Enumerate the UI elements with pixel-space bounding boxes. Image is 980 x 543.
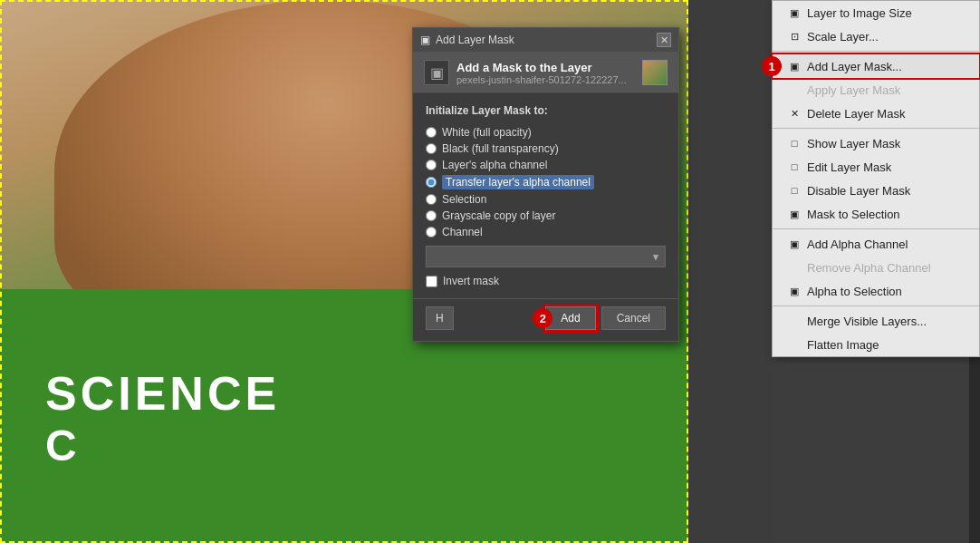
menu-item-scale-layer[interactable]: ⊡ Scale Layer... [773, 24, 979, 48]
show-layer-mask-icon: □ [787, 136, 802, 150]
menu-item-label: Add Layer Mask... [807, 60, 902, 73]
menu-item-label: Apply Layer Mask [807, 83, 900, 97]
radio-channel[interactable]: Channel [426, 224, 666, 240]
delete-layer-mask-icon: ✕ [787, 106, 802, 121]
shirt-text: SCIENCE C [45, 366, 280, 470]
add-layer-mask-dialog: ▣ Add Layer Mask ✕ ▣ Add a Mask to the L… [412, 27, 679, 342]
channel-dropdown-wrapper: ▼ [426, 246, 666, 267]
shirt-text-1: SCIENCE [45, 366, 280, 421]
radio-black-input[interactable] [426, 143, 437, 154]
menu-separator-1 [773, 51, 979, 52]
radio-white-label: White (full opacity) [442, 126, 532, 139]
radio-black-label: Black (full transparency) [442, 142, 559, 155]
radio-selection-input[interactable] [426, 194, 437, 205]
edit-layer-mask-icon: □ [787, 160, 802, 174]
mask-to-selection-icon: ▣ [787, 207, 802, 221]
menu-item-label: Disable Layer Mask [807, 184, 910, 198]
radio-alpha[interactable]: Layer's alpha channel [426, 157, 666, 173]
cancel-button[interactable]: Cancel [601, 306, 666, 330]
flatten-image-icon [787, 337, 802, 352]
dialog-header-main-title: Add a Mask to the Layer [456, 61, 635, 74]
menu-item-delete-layer-mask[interactable]: ✕ Delete Layer Mask [773, 102, 979, 125]
dialog-header: ▣ Add a Mask to the Layer pexels-justin-… [413, 53, 678, 93]
radio-transfer-label: Transfer layer's alpha channel [442, 175, 594, 189]
context-menu: ▣ Layer to Image Size ⊡ Scale Layer... 1… [772, 0, 980, 357]
invert-label: Invert mask [443, 275, 499, 287]
shirt-text-2: C [45, 421, 280, 470]
dialog-title: Add Layer Mask [436, 34, 514, 46]
menu-separator-2 [773, 128, 979, 129]
menu-item-add-layer-mask[interactable]: 1 ▣ Add Layer Mask... [773, 54, 979, 78]
menu-item-layer-image-size[interactable]: ▣ Layer to Image Size [773, 1, 979, 24]
radio-selection[interactable]: Selection [426, 191, 666, 208]
remove-alpha-channel-icon [787, 260, 802, 275]
add-button[interactable]: Add [545, 306, 595, 330]
menu-item-edit-layer-mask[interactable]: □ Edit Layer Mask [773, 155, 979, 179]
radio-transfer[interactable]: Transfer layer's alpha channel [426, 173, 666, 191]
menu-item-label: Merge Visible Layers... [807, 315, 927, 328]
dialog-body: Initialize Layer Mask to: White (full op… [413, 93, 678, 298]
dialog-mask-icon: ▣ [420, 34, 430, 46]
menu-item-merge-visible[interactable]: Merge Visible Layers... [773, 309, 979, 333]
dialog-title-area: ▣ Add Layer Mask [420, 34, 514, 46]
menu-item-label: Scale Layer... [807, 30, 879, 44]
menu-separator-4 [773, 305, 979, 306]
help-button[interactable]: H [426, 306, 454, 330]
alpha-to-selection-icon: ▣ [787, 284, 802, 298]
menu-item-label: Mask to Selection [807, 208, 900, 221]
menu-item-label: Edit Layer Mask [807, 160, 891, 174]
radio-channel-input[interactable] [426, 227, 437, 238]
menu-item-add-alpha-channel[interactable]: ▣ Add Alpha Channel [773, 232, 979, 256]
radio-grayscale-input[interactable] [426, 210, 437, 221]
menu-item-show-layer-mask[interactable]: □ Show Layer Mask [773, 131, 979, 155]
menu-item-disable-layer-mask[interactable]: □ Disable Layer Mask [773, 179, 979, 202]
channel-dropdown-row[interactable]: ▼ [426, 246, 666, 267]
radio-grayscale[interactable]: Grayscale copy of layer [426, 208, 666, 224]
dialog-close-button[interactable]: ✕ [657, 33, 671, 47]
dialog-footer: H 2 Add Cancel [413, 298, 678, 341]
menu-separator-3 [773, 228, 979, 229]
menu-item-remove-alpha-channel: Remove Alpha Channel [773, 256, 979, 279]
dialog-header-text: Add a Mask to the Layer pexels-justin-sh… [456, 61, 635, 85]
menu-item-label: Show Layer Mask [807, 137, 900, 150]
channel-dropdown[interactable] [426, 246, 666, 267]
menu-item-label: Flatten Image [807, 338, 879, 352]
radio-transfer-input[interactable] [426, 177, 437, 188]
merge-visible-icon [787, 314, 802, 328]
radio-selection-label: Selection [442, 193, 486, 206]
dialog-layer-name: pexels-justin-shaifer-501272-122227... [456, 74, 635, 85]
radio-channel-label: Channel [442, 226, 483, 238]
layer-image-size-icon: ▣ [787, 5, 802, 20]
disable-layer-mask-icon: □ [787, 183, 802, 198]
radio-grayscale-label: Grayscale copy of layer [442, 209, 555, 222]
menu-item-mask-to-selection[interactable]: ▣ Mask to Selection [773, 202, 979, 226]
radio-white-input[interactable] [426, 127, 437, 138]
radio-black[interactable]: Black (full transparency) [426, 141, 666, 157]
menu-item-alpha-to-selection[interactable]: ▣ Alpha to Selection [773, 279, 979, 303]
menu-item-flatten-image[interactable]: Flatten Image [773, 333, 979, 356]
invert-checkbox[interactable] [426, 276, 437, 287]
dialog-section-label: Initialize Layer Mask to: [426, 104, 666, 117]
apply-layer-mask-icon [787, 82, 802, 97]
radio-alpha-label: Layer's alpha channel [442, 159, 547, 171]
add-alpha-channel-icon: ▣ [787, 237, 802, 251]
invert-mask-row[interactable]: Invert mask [426, 275, 666, 287]
menu-item-label: Alpha to Selection [807, 285, 902, 298]
dialog-titlebar: ▣ Add Layer Mask ✕ [413, 28, 678, 53]
add-button-wrapper: 2 Add [545, 306, 595, 330]
radio-white[interactable]: White (full opacity) [426, 124, 666, 141]
dialog-header-icon: ▣ [424, 60, 449, 85]
menu-item-label: Add Alpha Channel [807, 238, 908, 251]
add-layer-mask-icon: ▣ [787, 59, 802, 73]
scale-layer-icon: ⊡ [787, 29, 802, 44]
mask-icon: ▣ [430, 64, 444, 82]
menu-item-label: Delete Layer Mask [807, 107, 905, 121]
menu-item-apply-layer-mask: Apply Layer Mask [773, 78, 979, 102]
menu-item-label: Remove Alpha Channel [807, 261, 931, 275]
badge-2: 2 [533, 308, 552, 328]
badge-1: 1 [762, 56, 782, 76]
dialog-thumbnail [642, 60, 668, 85]
menu-item-label: Layer to Image Size [807, 6, 912, 20]
radio-alpha-input[interactable] [426, 160, 437, 170]
